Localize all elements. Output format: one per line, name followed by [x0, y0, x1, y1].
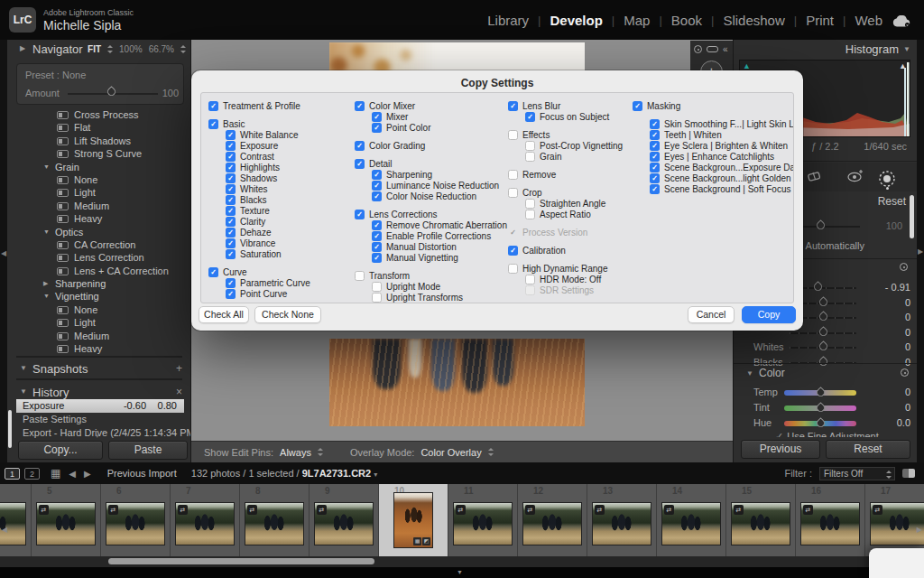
checkbox[interactable]: ✓: [226, 184, 236, 194]
history-header[interactable]: ▼ History ×: [7, 383, 191, 401]
checkbox[interactable]: ✓: [226, 249, 236, 259]
preset-item[interactable]: Lift Shadows: [7, 135, 191, 147]
filmstrip-thumbnail[interactable]: 15⇄: [726, 484, 796, 556]
preset-item[interactable]: Lens + CA Correction: [7, 265, 191, 277]
slider-thumb[interactable]: [818, 326, 829, 338]
checkbox[interactable]: [508, 170, 518, 180]
shadow-clipping-indicator[interactable]: ▲: [743, 62, 751, 70]
masking-tool-icon[interactable]: [878, 170, 896, 188]
preset-item[interactable]: Cross Process: [7, 108, 191, 121]
checkbox[interactable]: [525, 285, 535, 295]
slider-track[interactable]: [790, 347, 856, 349]
checkbox[interactable]: ✓: [372, 220, 382, 230]
preset-item[interactable]: Medium: [7, 330, 191, 342]
checkbox[interactable]: ✓: [525, 112, 535, 122]
eye-icon[interactable]: [694, 45, 702, 53]
preset-item[interactable]: Light: [7, 186, 191, 199]
filmstrip-thumbnail[interactable]: ⇄: [0, 484, 32, 556]
preset-item[interactable]: Heavy: [7, 342, 191, 355]
checkbox[interactable]: [508, 264, 518, 274]
collapse-chevrons-icon[interactable]: «: [723, 45, 728, 53]
filmstrip-thumbnail[interactable]: 10▦◩: [379, 484, 448, 556]
checkbox[interactable]: [525, 210, 535, 219]
checkbox[interactable]: ✓: [650, 152, 660, 162]
filmstrip-thumbnail[interactable]: 6⇄: [101, 484, 171, 556]
slider-thumb[interactable]: [812, 281, 824, 293]
checkbox[interactable]: [372, 303, 382, 304]
checkbox[interactable]: ✓: [372, 123, 382, 133]
tone-panel-eye-icon[interactable]: [900, 263, 908, 271]
filmstrip-thumbnail[interactable]: 8⇄: [240, 484, 310, 556]
checkbox[interactable]: ✓: [372, 170, 382, 180]
checkbox[interactable]: ✓: [226, 206, 236, 216]
clear-history-button[interactable]: ×: [176, 386, 182, 398]
check-all-button[interactable]: Check All: [199, 306, 249, 323]
eraser-icon[interactable]: [808, 170, 824, 182]
checkbox[interactable]: ✓: [226, 195, 236, 205]
module-print[interactable]: Print: [806, 13, 834, 28]
cancel-button[interactable]: Cancel: [688, 306, 735, 323]
previous-button[interactable]: Previous: [741, 440, 820, 459]
slider-track-temp[interactable]: [784, 390, 856, 396]
module-web[interactable]: Web: [855, 13, 882, 28]
preset-item[interactable]: Heavy: [7, 212, 191, 225]
sync-cloud-icon[interactable]: [892, 15, 911, 27]
checkbox[interactable]: ✓: [650, 184, 660, 194]
preset-group[interactable]: ▼Grain: [7, 161, 191, 173]
checkbox[interactable]: ✓: [208, 119, 218, 129]
checkbox[interactable]: ✓: [508, 228, 518, 238]
checkbox[interactable]: ✓: [226, 289, 236, 299]
second-window-button[interactable]: 2: [24, 468, 40, 480]
checkbox[interactable]: ✓: [226, 278, 236, 288]
add-snapshot-button[interactable]: +: [176, 362, 182, 375]
preset-group[interactable]: ▼Optics: [7, 226, 191, 238]
checkbox[interactable]: [508, 188, 518, 198]
checkbox[interactable]: ✓: [650, 173, 660, 183]
checkbox[interactable]: ✓: [226, 238, 236, 248]
preset-item[interactable]: Strong S Curve: [7, 147, 191, 160]
slider-track-tint[interactable]: [784, 406, 856, 411]
filter-select[interactable]: Filters Off: [819, 467, 895, 480]
checkbox[interactable]: ✓: [508, 246, 518, 256]
zoom-option-66.7%[interactable]: 66.7%: [149, 44, 174, 54]
preset-group[interactable]: ▶Sharpening: [7, 277, 191, 290]
slider-thumb[interactable]: [818, 311, 829, 322]
selection-status[interactable]: 132 photos / 1 selected / 9L7A2731.CR2 ▾: [191, 468, 377, 479]
checkbox[interactable]: ✓: [650, 163, 660, 172]
slider-thumb[interactable]: [815, 219, 827, 231]
go-forward-icon[interactable]: ▶: [84, 469, 91, 479]
copy-settings-button[interactable]: Copy...: [18, 441, 103, 460]
filmstrip-scroll-track[interactable]: [0, 556, 924, 567]
checkbox[interactable]: ✓: [650, 130, 660, 140]
navigator-header[interactable]: ▶ Navigator FIT100%66.7%: [7, 40, 191, 58]
filmstrip-thumbnail[interactable]: 12⇄: [518, 484, 587, 556]
checkbox[interactable]: ✓: [226, 152, 236, 162]
checkbox[interactable]: ✓: [355, 210, 365, 219]
right-panel-scrollbar[interactable]: [910, 195, 914, 238]
checkbox[interactable]: ✓: [226, 163, 236, 172]
checkbox[interactable]: ✓: [226, 130, 236, 140]
filmstrip-left-arrow[interactable]: ◀: [2, 526, 7, 534]
preset-item[interactable]: Medium: [7, 200, 191, 212]
checkbox[interactable]: ✓: [226, 173, 236, 183]
module-library[interactable]: Library: [487, 13, 529, 28]
grid-view-icon[interactable]: ▦: [51, 467, 60, 480]
checkbox[interactable]: ✓: [372, 231, 382, 241]
slider-thumb[interactable]: [815, 402, 827, 414]
slider-track[interactable]: [790, 332, 856, 334]
preset-item[interactable]: None: [7, 303, 191, 316]
checkbox[interactable]: ✓: [508, 101, 518, 111]
slider-thumb[interactable]: [818, 356, 829, 368]
red-eye-icon[interactable]: [845, 170, 864, 182]
disclosure-icon[interactable]: ▼: [903, 45, 910, 53]
checkbox[interactable]: ✓: [208, 267, 218, 277]
checkbox[interactable]: [525, 275, 535, 284]
checkbox[interactable]: [525, 141, 535, 151]
edit-pins-select[interactable]: Always: [280, 447, 311, 458]
amount-slider-thumb[interactable]: [106, 86, 117, 98]
filmstrip-thumbnail[interactable]: 16⇄: [796, 484, 865, 556]
filmstrip-thumbnail[interactable]: 11⇄: [448, 484, 518, 556]
main-window-button[interactable]: 1: [5, 468, 20, 480]
module-book[interactable]: Book: [671, 13, 702, 28]
histogram-title[interactable]: Histogram: [845, 42, 899, 56]
